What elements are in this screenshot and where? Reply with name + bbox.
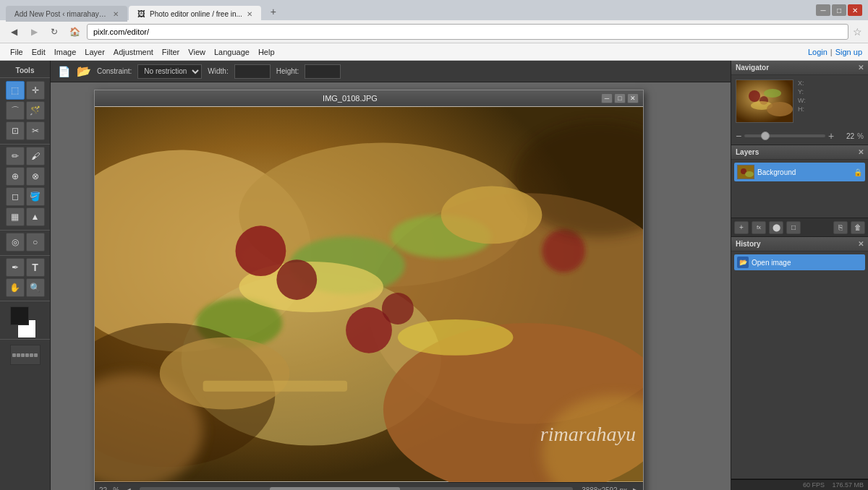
slice-tool[interactable]: ✂ (26, 121, 45, 140)
home-button[interactable]: 🏠 (67, 24, 82, 40)
history-close[interactable]: ✕ (858, 240, 864, 248)
menu-language[interactable]: Language (210, 46, 254, 58)
new-tab-button[interactable]: + (265, 4, 281, 20)
reload-button[interactable]: ↻ (46, 24, 62, 40)
pencil-tool[interactable]: ✏ (6, 147, 25, 166)
constraint-label: Constraint: (97, 67, 132, 75)
bookmark-star[interactable]: ☆ (853, 26, 862, 38)
svg-point-12 (276, 259, 317, 300)
svg-point-20 (160, 338, 290, 410)
tab-2-icon: 🖼 (137, 9, 145, 18)
brush-tool[interactable]: 🖌 (26, 147, 45, 166)
tool-divider-5 (0, 339, 50, 340)
layer-item[interactable]: Background 🔒 (734, 163, 865, 181)
hand-tool[interactable]: ✋ (6, 278, 25, 297)
login-link[interactable]: Login (808, 48, 827, 56)
fps-counter: 60 FPS (803, 481, 825, 489)
menu-help[interactable]: Help (254, 46, 279, 58)
grid-selector[interactable] (10, 345, 41, 365)
navigator-thumbnail (736, 79, 793, 123)
layer-thumb (737, 165, 754, 179)
layer-delete[interactable]: 🗑 (851, 221, 865, 234)
address-bar: ◀ ▶ ↻ 🏠 ☆ (0, 20, 868, 43)
back-button[interactable]: ◀ (6, 24, 22, 40)
maximize-button[interactable]: □ (832, 4, 846, 16)
magic-wand-tool[interactable]: 🪄 (26, 101, 45, 120)
selection-tool[interactable]: ⬚ (6, 81, 25, 100)
text-tool[interactable]: T (26, 258, 45, 277)
layer-new[interactable]: □ (786, 221, 801, 234)
image-statusbar: 22 % ◀ 3888x2592 px ▶ (95, 482, 643, 490)
lasso-tool[interactable]: ⌒ (6, 101, 25, 120)
navigator-header: Navigator ✕ (731, 61, 868, 75)
image-window-titlebar: IMG_0108.JPG ─ □ ✕ (95, 90, 643, 106)
layer-fx[interactable]: fx (752, 221, 766, 234)
eraser-tool[interactable]: ◻ (6, 187, 25, 206)
height-input[interactable] (305, 64, 341, 79)
image-canvas[interactable]: rimarahayu (95, 106, 643, 482)
layers-title: Layers (736, 148, 858, 156)
img-win-close[interactable]: ✕ (627, 93, 639, 103)
menu-layer[interactable]: Layer (80, 46, 109, 58)
navigator-close[interactable]: ✕ (858, 64, 864, 72)
move-tool[interactable]: ✛ (26, 81, 45, 100)
image-window-title: IMG_0108.JPG (99, 94, 601, 103)
history-title: History (736, 240, 858, 248)
options-bar: 📄 📂 Constraint: No restriction Width: He… (51, 61, 731, 82)
img-win-minimize[interactable]: ─ (601, 93, 613, 103)
zoom-tool[interactable]: 🔍 (26, 278, 45, 297)
tool-row-6: ◻ 🪣 (6, 187, 45, 206)
grid-dot (21, 353, 25, 357)
close-button[interactable]: ✕ (848, 4, 862, 16)
crop-tool[interactable]: ⊡ (6, 121, 25, 140)
history-item-name: Open image (752, 259, 791, 267)
menu-edit[interactable]: Edit (27, 46, 50, 58)
menu-filter[interactable]: Filter (158, 46, 184, 58)
width-input[interactable] (234, 64, 271, 79)
tab-1-close[interactable]: ✕ (113, 10, 119, 18)
tab-2[interactable]: 🖼 Photo editor online / free in... ✕ (129, 6, 261, 22)
menu-file[interactable]: File (6, 46, 27, 58)
layers-close[interactable]: ✕ (858, 148, 864, 156)
stamp-tool[interactable]: ⊕ (6, 167, 25, 186)
gradient-tool[interactable]: ▦ (6, 207, 25, 226)
shape-tool[interactable]: ▲ (26, 207, 45, 226)
minimize-button[interactable]: ─ (816, 4, 830, 16)
new-document-icon[interactable]: 📄 (56, 64, 71, 79)
signup-link[interactable]: Sign up (835, 48, 862, 56)
menu-image[interactable]: Image (50, 46, 81, 58)
layer-mask[interactable]: ⬤ (769, 221, 783, 234)
zoom-slider-thumb[interactable] (761, 132, 770, 140)
layer-name: Background (757, 168, 851, 176)
open-icon[interactable]: 📂 (77, 64, 91, 79)
zoom-slider[interactable] (744, 134, 825, 137)
img-win-maximize[interactable]: □ (614, 93, 626, 103)
zoom-plus[interactable]: + (828, 130, 834, 142)
menu-adjustment[interactable]: Adjustment (109, 46, 158, 58)
nav-x-row: X: (798, 79, 864, 87)
tab-1[interactable]: Add New Post ‹ rimarahayu ... ✕ (6, 6, 127, 22)
fill-tool[interactable]: 🪣 (26, 187, 45, 206)
forward-button[interactable]: ▶ (26, 24, 42, 40)
layer-lock-icon: 🔒 (854, 168, 862, 176)
constraint-select[interactable]: No restriction (137, 64, 202, 79)
history-item[interactable]: 📂 Open image (734, 254, 865, 270)
layer-copy[interactable]: ⎘ (833, 221, 848, 234)
foreground-color[interactable] (10, 306, 29, 325)
tool-row-5: ⊕ ⊗ (6, 167, 45, 186)
tool-divider-2 (0, 230, 50, 231)
menu-view[interactable]: View (184, 46, 210, 58)
layer-add-group[interactable]: + (734, 221, 749, 234)
window-controls: ─ □ ✕ (816, 4, 862, 16)
zoom-minus[interactable]: − (736, 130, 741, 142)
nav-y-row: Y: (798, 88, 864, 95)
nav-x-label: X: (798, 79, 804, 87)
navigator-title: Navigator (736, 64, 858, 72)
healing-tool[interactable]: ⊗ (26, 167, 45, 186)
address-input[interactable] (87, 24, 848, 40)
dodge-tool[interactable]: ○ (26, 233, 45, 252)
tab-2-close[interactable]: ✕ (247, 10, 252, 18)
pen-tool[interactable]: ✒ (6, 258, 25, 277)
tool-divider-3 (0, 255, 50, 256)
blur-tool[interactable]: ◎ (6, 233, 25, 252)
